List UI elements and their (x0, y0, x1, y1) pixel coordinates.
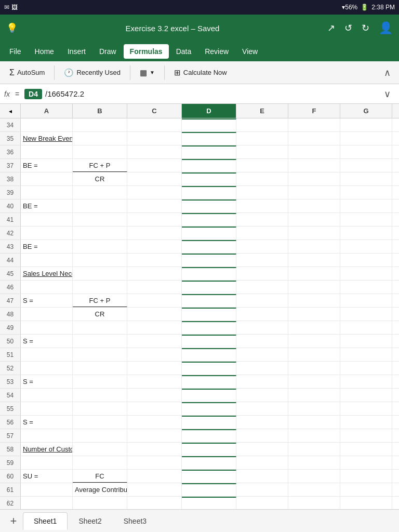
cell-C39[interactable] (127, 186, 182, 199)
row-header-62[interactable]: 62 (0, 497, 21, 509)
cell-H51[interactable] (392, 348, 399, 361)
cell-A56[interactable]: S = (21, 416, 73, 429)
more-functions-button[interactable]: ▦ ▼ (135, 65, 160, 80)
cell-B35[interactable] (73, 132, 127, 145)
row-header-61[interactable]: 61 (0, 483, 21, 497)
cell-F52[interactable] (288, 362, 340, 375)
cell-H41[interactable] (392, 213, 399, 226)
cell-A35[interactable]: New Break Even (21, 132, 73, 145)
cell-E41[interactable] (236, 213, 288, 226)
row-header-42[interactable]: 42 (0, 227, 21, 240)
cell-E37[interactable] (236, 159, 288, 172)
cell-H60[interactable] (392, 470, 399, 483)
cell-H62[interactable] (392, 497, 399, 509)
cell-A34[interactable] (21, 118, 73, 131)
cell-C55[interactable] (127, 402, 182, 415)
cell-H61[interactable] (392, 483, 399, 496)
cell-E56[interactable] (236, 416, 288, 429)
row-header-52[interactable]: 52 (0, 362, 21, 375)
cell-F61[interactable] (288, 483, 340, 496)
cell-H38[interactable] (392, 172, 399, 185)
cell-E49[interactable] (236, 321, 288, 334)
cell-G44[interactable] (340, 254, 392, 267)
cell-D45[interactable] (182, 267, 236, 280)
formula-expand-button[interactable]: ∨ (380, 86, 395, 102)
cell-A61[interactable] (21, 483, 73, 496)
cell-C41[interactable] (127, 213, 182, 226)
cell-D37[interactable] (182, 159, 236, 172)
col-header-e[interactable]: E (236, 104, 288, 118)
menu-item-insert[interactable]: Insert (61, 44, 92, 59)
menu-item-view[interactable]: View (236, 44, 264, 59)
corner-select[interactable]: ◂ (0, 104, 21, 118)
add-sheet-button[interactable]: + (4, 512, 23, 530)
row-header-39[interactable]: 39 (0, 186, 21, 200)
cell-A58[interactable]: Number of Customers Necessary to Break E… (21, 443, 73, 456)
cell-D41[interactable] (182, 213, 236, 226)
cell-C44[interactable] (127, 254, 182, 267)
row-header-53[interactable]: 53 (0, 375, 21, 389)
calculate-now-button[interactable]: ⊞ Calculate Now (169, 65, 232, 80)
cell-F44[interactable] (288, 254, 340, 267)
cell-D58[interactable] (182, 443, 236, 456)
cell-A38[interactable] (21, 172, 73, 185)
cell-G46[interactable] (340, 281, 392, 294)
cell-F57[interactable] (288, 429, 340, 442)
cell-A41[interactable] (21, 213, 73, 226)
cell-G35[interactable] (340, 132, 392, 145)
row-header-47[interactable]: 47 (0, 294, 21, 308)
cell-G40[interactable] (340, 200, 392, 212)
menu-item-data[interactable]: Data (170, 44, 198, 59)
cell-A62[interactable] (21, 497, 73, 509)
cell-F35[interactable] (288, 132, 340, 145)
cell-B34[interactable] (73, 118, 127, 131)
cell-C46[interactable] (127, 281, 182, 294)
cell-E53[interactable] (236, 375, 288, 388)
cell-B56[interactable] (73, 416, 127, 429)
col-header-f[interactable]: F (288, 104, 340, 118)
cell-D42[interactable] (182, 227, 236, 240)
cell-A42[interactable] (21, 227, 73, 240)
cell-E46[interactable] (236, 281, 288, 294)
cell-B38[interactable]: CR (73, 172, 127, 185)
cell-E44[interactable] (236, 254, 288, 267)
undo-icon[interactable]: ↺ (344, 22, 352, 34)
cell-H35[interactable] (392, 132, 399, 145)
cell-F34[interactable] (288, 118, 340, 131)
cell-E47[interactable] (236, 294, 288, 307)
cell-B37[interactable]: FC + P (73, 159, 127, 172)
cell-D52[interactable] (182, 362, 236, 375)
cell-B57[interactable] (73, 429, 127, 442)
cell-F46[interactable] (288, 281, 340, 294)
cell-D34[interactable] (182, 118, 236, 131)
cell-A48[interactable] (21, 308, 73, 321)
cell-A55[interactable] (21, 402, 73, 415)
cell-A36[interactable] (21, 145, 73, 158)
cell-G36[interactable] (340, 145, 392, 158)
menu-item-file[interactable]: File (3, 44, 28, 59)
cell-B54[interactable] (73, 389, 127, 402)
sheet-tab-sheet1[interactable]: Sheet1 (23, 512, 68, 530)
cell-B46[interactable] (73, 281, 127, 294)
cell-G45[interactable] (340, 267, 392, 280)
cell-F56[interactable] (288, 416, 340, 429)
cell-B58[interactable] (73, 443, 127, 456)
cell-H58[interactable] (392, 443, 399, 456)
cell-F39[interactable] (288, 186, 340, 199)
cell-D38[interactable] (182, 172, 236, 185)
cell-H56[interactable] (392, 416, 399, 429)
cell-G34[interactable] (340, 118, 392, 131)
cell-G54[interactable] (340, 389, 392, 402)
cell-F51[interactable] (288, 348, 340, 361)
cell-D43[interactable] (182, 240, 236, 253)
cell-G55[interactable] (340, 402, 392, 415)
col-header-c[interactable]: C (127, 104, 182, 118)
row-header-56[interactable]: 56 (0, 416, 21, 429)
cell-E54[interactable] (236, 389, 288, 402)
cell-C48[interactable] (127, 308, 182, 321)
row-header-60[interactable]: 60 (0, 470, 21, 483)
cell-C62[interactable] (127, 497, 182, 509)
cell-F60[interactable] (288, 470, 340, 483)
cell-A47[interactable]: S = (21, 294, 73, 307)
cell-C58[interactable] (127, 443, 182, 456)
